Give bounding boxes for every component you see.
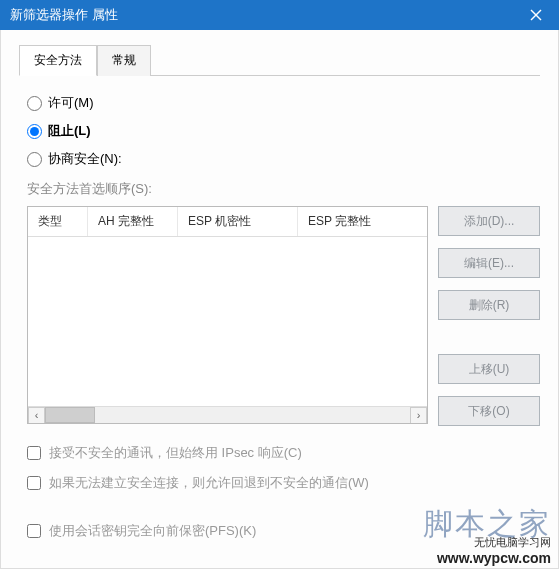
radio-block[interactable]: 阻止(L): [27, 122, 540, 140]
side-button-column: 添加(D)... 编辑(E)... 删除(R) 上移(U) 下移(O): [438, 206, 540, 426]
checkbox-accept-unsecured[interactable]: 接受不安全的通讯，但始终用 IPsec 响应(C): [27, 444, 540, 462]
checkbox-fallback-unsecured-input[interactable]: [27, 476, 41, 490]
scroll-thumb[interactable]: [45, 407, 95, 423]
tab-strip: 安全方法 常规: [19, 44, 540, 76]
horizontal-scrollbar[interactable]: ‹ ›: [28, 406, 427, 423]
radio-negotiate[interactable]: 协商安全(N):: [27, 150, 540, 168]
move-up-button[interactable]: 上移(U): [438, 354, 540, 384]
add-button[interactable]: 添加(D)...: [438, 206, 540, 236]
list-body-empty: [28, 237, 427, 406]
close-button[interactable]: [513, 0, 559, 30]
radio-permit-label: 许可(M): [48, 94, 94, 112]
checkbox-pfs-label: 使用会话密钥完全向前保密(PFS)(K): [49, 522, 256, 540]
checkbox-pfs-input[interactable]: [27, 524, 41, 538]
checkbox-pfs[interactable]: 使用会话密钥完全向前保密(PFS)(K): [27, 522, 540, 540]
checkbox-accept-unsecured-input[interactable]: [27, 446, 41, 460]
scroll-track[interactable]: [45, 407, 410, 423]
col-esp-integrity[interactable]: ESP 完整性: [298, 207, 427, 236]
tab-security-methods[interactable]: 安全方法: [19, 45, 97, 76]
radio-permit[interactable]: 许可(M): [27, 94, 540, 112]
action-radio-group: 许可(M) 阻止(L) 协商安全(N):: [27, 94, 540, 168]
radio-negotiate-input[interactable]: [27, 152, 42, 167]
radio-block-label: 阻止(L): [48, 122, 91, 140]
scroll-left-arrow[interactable]: ‹: [28, 407, 45, 424]
title-bar: 新筛选器操作 属性: [0, 0, 559, 30]
scroll-right-arrow[interactable]: ›: [410, 407, 427, 424]
preference-order-label: 安全方法首选顺序(S):: [27, 180, 540, 198]
window-title: 新筛选器操作 属性: [10, 6, 118, 24]
remove-button[interactable]: 删除(R): [438, 290, 540, 320]
col-ah-integrity[interactable]: AH 完整性: [88, 207, 178, 236]
dialog-body: 安全方法 常规 许可(M) 阻止(L) 协商安全(N): 安全方法首选顺序(S)…: [0, 30, 559, 569]
close-icon: [530, 9, 542, 21]
col-type[interactable]: 类型: [28, 207, 88, 236]
checkbox-accept-unsecured-label: 接受不安全的通讯，但始终用 IPsec 响应(C): [49, 444, 302, 462]
radio-permit-input[interactable]: [27, 96, 42, 111]
security-methods-list[interactable]: 类型 AH 完整性 ESP 机密性 ESP 完整性 ‹ ›: [27, 206, 428, 424]
checkbox-fallback-unsecured-label: 如果无法建立安全连接，则允许回退到不安全的通信(W): [49, 474, 369, 492]
list-header: 类型 AH 完整性 ESP 机密性 ESP 完整性: [28, 207, 427, 237]
radio-negotiate-label: 协商安全(N):: [48, 150, 122, 168]
methods-row: 类型 AH 完整性 ESP 机密性 ESP 完整性 ‹ › 添加(D)... 编…: [27, 206, 540, 426]
tab-general[interactable]: 常规: [97, 45, 151, 76]
edit-button[interactable]: 编辑(E)...: [438, 248, 540, 278]
radio-block-input[interactable]: [27, 124, 42, 139]
move-down-button[interactable]: 下移(O): [438, 396, 540, 426]
checkbox-fallback-unsecured[interactable]: 如果无法建立安全连接，则允许回退到不安全的通信(W): [27, 474, 540, 492]
col-esp-confidentiality[interactable]: ESP 机密性: [178, 207, 298, 236]
